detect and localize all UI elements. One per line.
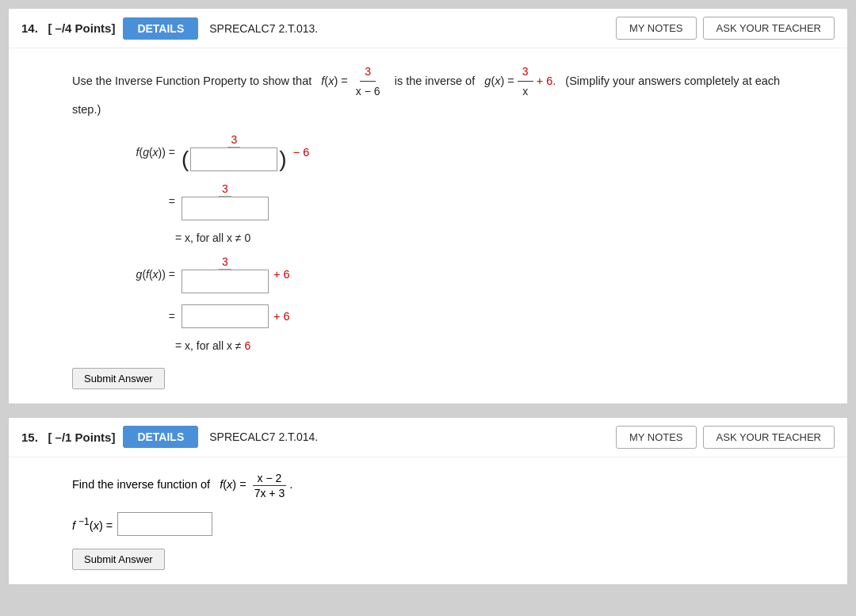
question-15: 15. [ –/1 Points] DETAILS SPRECALC7 2.T.… [8,417,848,585]
q14-fgx-label: f(g(x)) = [72,146,175,159]
q14-fx-fraction: 3 x − 6 [351,63,385,101]
q14-submit-button[interactable]: Submit Answer [72,368,165,389]
q14-body: Use the Inverse Function Property to sho… [9,48,847,404]
q14-forall2: = x, for all x ≠ 6 [175,339,784,352]
q15-finv-row: f −1(x) = [72,512,784,536]
q14-stacked2: 3 [182,182,269,220]
q14-points: [ –/4 Points] [48,21,115,35]
q14-input3[interactable] [182,270,269,293]
q15-body: Find the inverse function of f(x) = x − … [9,457,847,584]
q14-input4[interactable] [182,304,269,328]
q14-gfx-row2: = + 6 [72,304,784,328]
q14-stacked1: 3 ( ) [182,133,287,171]
q14-input1[interactable] [190,147,277,171]
q14-fgx-row1: f(g(x)) = 3 ( ) − 6 [72,133,784,171]
q14-gfx-eq-sign: = [72,310,175,323]
q14-stacked3: 3 [182,255,269,293]
q15-ask-teacher-button[interactable]: ASK YOUR TEACHER [703,426,835,449]
q14-my-notes-button[interactable]: MY NOTES [616,17,697,40]
question-14-header: 14. [ –/4 Points] DETAILS SPRECALC7 2.T.… [9,9,847,48]
q14-close-paren: ) [279,148,286,170]
q15-my-notes-button[interactable]: MY NOTES [616,426,697,449]
q14-input2[interactable] [182,197,269,220]
q14-minus6: − 6 [293,146,310,159]
q14-plus6-1: + 6 [273,268,290,281]
q15-number: 15. [ –/1 Points] [21,430,115,444]
question-15-header: 15. [ –/1 Points] DETAILS SPRECALC7 2.T.… [9,418,847,457]
q14-gfx-row1: g(f(x)) = 3 + 6 [72,255,784,293]
q14-fgx-row2: = 3 [72,182,784,220]
q15-fx-fraction: x − 2 7x + 3 [250,472,290,499]
question-14: 14. [ –/4 Points] DETAILS SPRECALC7 2.T.… [8,8,848,404]
q14-number: 14. [ –/4 Points] [21,21,115,35]
q14-gfx-label: g(f(x)) = [72,268,175,281]
q14-gx-fraction: 3 x [518,63,533,101]
q14-header-right: MY NOTES ASK YOUR TEACHER [616,17,835,40]
q14-instruction: Use the Inverse Function Property to sho… [72,63,784,119]
q14-fgx-eq-sign: = [72,195,175,208]
q14-details-button[interactable]: DETAILS [123,17,198,40]
q15-finv-label: f −1(x) = [72,516,113,532]
q14-course-code: SPRECALC7 2.T.013. [209,22,608,35]
q15-points: [ –/1 Points] [48,430,115,444]
q15-header-right: MY NOTES ASK YOUR TEACHER [616,426,835,449]
q15-instruction: Find the inverse function of f(x) = x − … [72,472,784,499]
q15-num-label: 15. [21,430,38,444]
q15-submit-button[interactable]: Submit Answer [72,549,165,570]
q15-course-code: SPRECALC7 2.T.014. [209,430,608,443]
q14-open-paren: ( [182,148,189,170]
q14-ask-teacher-button[interactable]: ASK YOUR TEACHER [703,17,835,40]
q14-forall1: = x, for all x ≠ 0 [175,231,784,244]
q14-plus6-2: + 6 [273,310,290,323]
q15-details-button[interactable]: DETAILS [123,426,198,448]
q15-finv-input[interactable] [117,512,212,536]
q14-num-label: 14. [21,21,38,35]
q14-fgx-eq1: 3 ( ) − 6 [182,133,309,171]
